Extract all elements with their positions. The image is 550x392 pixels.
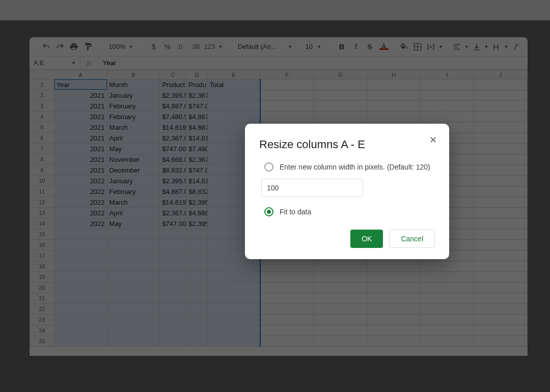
- radio-option-pixels[interactable]: Enter new column width in pixels. (Defau…: [264, 162, 435, 172]
- resize-columns-dialog: ✕ Resize columns A - E Enter new column …: [245, 124, 449, 259]
- radio-label-fit: Fit to data: [280, 208, 311, 216]
- radio-icon: [264, 207, 273, 216]
- radio-label-pixels: Enter new column width in pixels. (Defau…: [280, 163, 430, 171]
- ok-button[interactable]: OK: [350, 230, 383, 248]
- dialog-title: Resize columns A - E: [259, 138, 435, 151]
- cancel-button[interactable]: Cancel: [389, 230, 435, 248]
- radio-option-fit[interactable]: Fit to data: [264, 207, 435, 216]
- close-icon[interactable]: ✕: [426, 133, 440, 147]
- column-width-input[interactable]: [261, 179, 363, 197]
- radio-icon: [264, 162, 273, 172]
